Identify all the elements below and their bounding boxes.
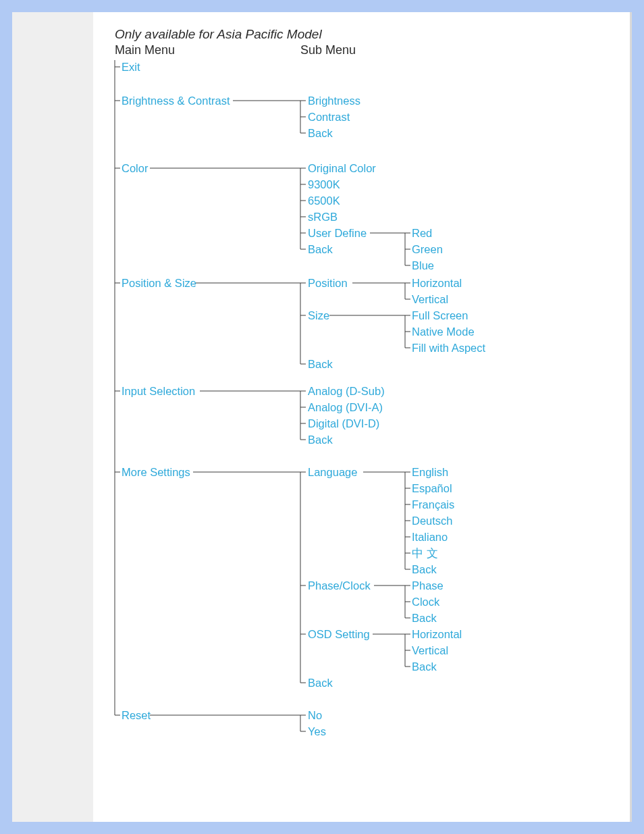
sub-pos-vertical: Vertical: [412, 292, 448, 306]
sub-phase-clock: Phase/Clock: [308, 579, 371, 592]
sub-color-back: Back: [308, 242, 333, 256]
availability-note: Only available for Asia Pacific Model: [115, 27, 616, 42]
sub-original-color: Original Color: [308, 161, 376, 175]
osd-vertical: Vertical: [412, 644, 448, 657]
sub-blue: Blue: [412, 259, 434, 272]
reset-yes: Yes: [308, 725, 326, 738]
pc-clock: Clock: [412, 595, 439, 608]
menu-tree-diagram: Exit Brightness & Contrast Color Positio…: [115, 60, 616, 769]
menu-exit: Exit: [122, 60, 140, 74]
sub-size: Size: [308, 309, 329, 322]
osd-back: Back: [412, 660, 437, 673]
header-main-menu: Main Menu: [115, 43, 300, 57]
lang-back: Back: [412, 563, 437, 576]
sub-9300k: 9300K: [308, 178, 340, 191]
sub-pos-horizontal: Horizontal: [412, 276, 462, 290]
sub-brightness: Brightness: [308, 94, 360, 107]
lang-espanol: Español: [412, 481, 452, 495]
menu-input-selection: Input Selection: [122, 384, 195, 398]
content-area: Only available for Asia Pacific Model Ma…: [115, 27, 616, 808]
column-headers: Main Menu Sub Menu: [115, 43, 616, 57]
sub-fill-aspect: Fill with Aspect: [412, 341, 485, 355]
sub-osd-setting: OSD Setting: [308, 627, 370, 641]
pc-phase: Phase: [412, 579, 444, 592]
sub-red: Red: [412, 226, 432, 240]
lang-deutsch: Deutsch: [412, 514, 453, 527]
menu-brightness-contrast: Brightness & Contrast: [122, 94, 230, 107]
lang-chinese: 中 文: [412, 546, 438, 560]
sub-more-back: Back: [308, 676, 333, 689]
sub-user-define: User Define: [308, 226, 367, 240]
sub-ps-back: Back: [308, 357, 333, 371]
left-gutter: [12, 12, 93, 822]
menu-more-settings: More Settings: [122, 465, 190, 479]
sub-srgb: sRGB: [308, 210, 338, 224]
osd-horizontal: Horizontal: [412, 627, 462, 641]
pc-back: Back: [412, 611, 437, 625]
sub-full-screen: Full Screen: [412, 309, 468, 322]
sub-language: Language: [308, 465, 357, 479]
sub-analog-dvia: Analog (DVI-A): [308, 400, 383, 414]
sub-6500k: 6500K: [308, 194, 340, 207]
sub-digital-dvid: Digital (DVI-D): [308, 417, 379, 430]
lang-francais: Français: [412, 498, 454, 511]
sub-contrast: Contrast: [308, 110, 350, 124]
sub-analog-dsub: Analog (D-Sub): [308, 384, 385, 398]
page-sheet: Only available for Asia Pacific Model Ma…: [12, 12, 632, 822]
sub-native-mode: Native Mode: [412, 325, 475, 338]
menu-reset: Reset: [122, 708, 151, 722]
menu-color: Color: [122, 161, 148, 175]
sub-input-back: Back: [308, 433, 333, 446]
menu-position-size: Position & Size: [122, 276, 196, 290]
lang-english: English: [412, 465, 448, 479]
lang-italiano: Italiano: [412, 530, 448, 544]
sub-green: Green: [412, 242, 443, 256]
sub-bc-back: Back: [308, 126, 333, 140]
header-sub-menu: Sub Menu: [300, 43, 356, 57]
reset-no: No: [308, 708, 322, 722]
sub-position: Position: [308, 276, 348, 290]
